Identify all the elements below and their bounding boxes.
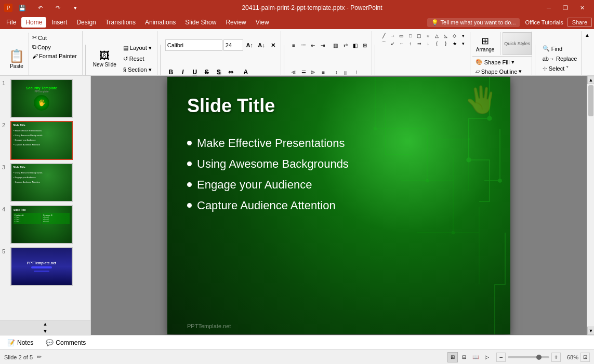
find-button[interactable]: 🔍 Find [540,44,579,53]
copy-button[interactable]: ⧉ Copy [30,43,79,51]
shape-bend[interactable]: ↙ [389,40,397,47]
convert-smartart-button[interactable]: ⊞ [360,41,369,50]
increase-font-button[interactable]: A↑ [244,40,255,50]
minimize-button[interactable]: ─ [541,3,557,13]
slide-image-4[interactable]: Slide Title Feature A • Point 1 • Point … [10,205,73,244]
select-button[interactable]: ⊹ Select ˅ [540,64,579,73]
main-slide[interactable]: 🖐 Slide Title Make Effective Presentatio… [167,77,510,334]
shape-rect2[interactable]: □ [406,32,415,39]
cut-icon: ✂ [32,34,37,41]
reset-button[interactable]: ↺ Reset [120,54,155,64]
clear-formatting-button[interactable]: ✕ [268,40,279,50]
slide-thumbnail-3[interactable]: 3 Slide Title • Using Awesome Background… [2,163,88,202]
shape-more[interactable]: ▾ [459,32,468,39]
shape-r-arrow2[interactable]: ⇒ [415,40,424,47]
layout-button[interactable]: ▤ Layout ▾ [120,43,155,53]
shape-tri[interactable]: △ [433,32,441,39]
office-tutorials-link[interactable]: Office Tutorials [525,19,563,25]
increase-indent-button[interactable]: ⇥ [318,41,327,50]
format-painter-button[interactable]: 🖌 Format Painter [30,52,79,60]
shape-line[interactable]: ╱ [380,32,388,39]
restore-button[interactable]: ❐ [558,3,573,13]
shape-u-arrow[interactable]: ↑ [406,40,415,47]
font-size-input[interactable] [223,39,243,51]
new-slide-button[interactable]: 🖼 New Slide [90,48,119,70]
bullet-text-3[interactable]: Engage your Audience [197,178,312,192]
shape-star[interactable]: ★ [451,40,459,47]
bullet-text-2[interactable]: Using Awesome Backgrounds [197,157,349,171]
shape-d-arrow[interactable]: ↓ [424,40,432,47]
close-button[interactable]: ✕ [574,3,590,13]
menu-file[interactable]: File [2,17,20,28]
zoom-thumb[interactable] [536,355,542,360]
arrange-button[interactable]: ⊞ Arrange [472,32,498,55]
scroll-up-button[interactable]: ▲ [587,76,594,84]
slide-image-3[interactable]: Slide Title • Using Awesome Backgrounds … [10,163,73,202]
decrease-indent-button[interactable]: ⇤ [309,41,318,50]
slide-thumbnail-5[interactable]: 5 PPTTemplate.net [2,247,88,286]
comments-button[interactable]: 💬 Comments [43,338,89,348]
bullets-button[interactable]: ≡ [289,41,298,50]
menu-slideshow[interactable]: Slide Show [181,17,220,28]
shape-more2[interactable]: ▾ [459,40,468,47]
shape-curve[interactable]: ⌒ [380,40,388,47]
scroll-down-button[interactable]: ▼ [587,327,594,335]
shape-outline-button[interactable]: ▱ Shape Outline ▾ [472,67,532,76]
add-column-button[interactable]: ▥ [331,41,340,50]
bullet-text-4[interactable]: Capture Audience Attention [197,199,336,212]
shape-diamond[interactable]: ◇ [451,32,459,39]
slide-image-5[interactable]: PPTTemplate.net [10,247,73,286]
reading-view-button[interactable]: 📖 [470,352,481,362]
bullet-text-1[interactable]: Make Effective Presentations [197,137,345,150]
slide-thumbnail-4[interactable]: 4 Slide Title Feature A • Point 1 • Poin… [2,205,88,244]
shape-rect[interactable]: ▭ [398,32,406,39]
menu-view[interactable]: View [252,17,273,28]
slide-thumbnail-1[interactable]: 1 Security Template PPTemplate 🖐 [2,79,88,118]
shape-right-brace[interactable]: } [442,40,450,47]
quick-styles-button[interactable]: Quick Styles [503,32,532,55]
fit-to-window-button[interactable]: ⊡ [580,353,590,362]
menu-review[interactable]: Review [221,17,250,28]
menu-home[interactable]: Home [21,17,46,28]
zoom-out-button[interactable]: − [496,353,506,362]
shape-fill-button[interactable]: 🎨 Shape Fill ▾ [472,58,532,66]
slide-image-1[interactable]: Security Template PPTemplate 🖐 [10,79,73,118]
zoom-slider[interactable] [508,356,549,358]
menu-insert[interactable]: Insert [47,17,71,28]
panel-scroll-up[interactable]: ▲ [0,320,90,328]
notes-edit-icon[interactable]: ✏ [37,354,42,360]
smart-art-button[interactable]: ◧ [350,41,360,50]
shape-circle[interactable]: ○ [424,32,432,39]
numbering-button[interactable]: ≔ [299,41,308,50]
menu-design[interactable]: Design [72,17,100,28]
tell-me-box[interactable]: 💡 Tell me what you want to do... [427,18,520,27]
menu-transitions[interactable]: Transitions [101,17,140,28]
shape-right-tri[interactable]: ◺ [442,32,450,39]
decrease-font-button[interactable]: A↓ [256,40,267,50]
share-button[interactable]: Share [567,18,592,27]
normal-view-button[interactable]: ⊞ [447,352,458,362]
shape-round-rect[interactable]: ▢ [415,32,424,39]
slide-sorter-button[interactable]: ⊟ [459,352,469,362]
section-button[interactable]: § Section ▾ [120,65,155,75]
save-button[interactable]: 💾 [15,3,30,13]
scroll-thumb[interactable] [588,85,593,116]
undo-button[interactable]: ↶ [32,3,48,13]
text-direction-button[interactable]: ⇄ [341,41,350,50]
panel-scroll-down[interactable]: ▼ [0,328,90,335]
shape-left-brace[interactable]: { [433,40,441,47]
font-family-input[interactable] [165,39,222,51]
shape-l-arrow[interactable]: ← [398,40,406,47]
cut-button[interactable]: ✂ Cut [30,33,79,42]
zoom-in-button[interactable]: + [551,353,561,362]
shape-arrow[interactable]: → [389,32,397,39]
slide-image-2[interactable]: Slide Title • Make Effective Presentatio… [10,121,73,160]
replace-button[interactable]: ab→ Replace [540,55,579,63]
slide-thumbnail-2[interactable]: 2 Slide Title • Make Effective Presentat… [2,121,88,160]
menu-animations[interactable]: Animations [141,17,180,28]
customize-qat-button[interactable]: ▾ [68,3,83,13]
redo-button[interactable]: ↷ [50,3,65,13]
slide-title-text[interactable]: Slide Title [187,95,275,117]
notes-button[interactable]: 📝 Notes [4,338,36,348]
slideshow-button[interactable]: ▷ [482,352,492,362]
